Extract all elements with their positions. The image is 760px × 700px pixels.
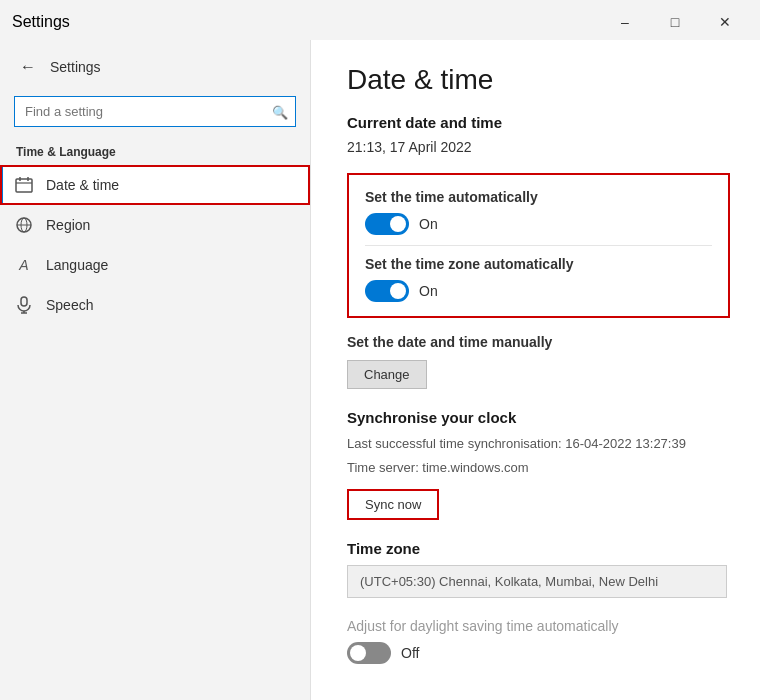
search-box: 🔍 [14,96,296,127]
search-icon: 🔍 [272,104,288,119]
maximize-button[interactable]: □ [652,7,698,37]
auto-zone-label: Set the time zone automatically [365,256,712,272]
timezone-heading: Time zone [347,540,730,557]
back-button[interactable]: ← [16,54,40,80]
auto-time-section: Set the time automatically On Set the ti… [347,173,730,318]
title-bar-left: Settings [12,13,70,31]
language-icon: A [14,255,34,275]
sidebar-item-label-date-time: Date & time [46,177,119,193]
daylight-state: Off [401,645,419,661]
sidebar-app-title: Settings [50,59,101,75]
sync-section: Synchronise your clock Last successful t… [347,409,730,520]
title-bar-controls: – □ ✕ [602,7,748,37]
daylight-toggle[interactable] [347,642,391,664]
svg-rect-7 [21,297,27,306]
page-title: Date & time [347,64,730,96]
current-time-value: 21:13, 17 April 2022 [347,139,730,155]
auto-time-label: Set the time automatically [365,189,712,205]
daylight-toggle-row: Off [347,642,730,664]
auto-time-separator [365,245,712,246]
close-button[interactable]: ✕ [702,7,748,37]
daylight-label: Adjust for daylight saving time automati… [347,618,730,634]
app-container: ← Settings 🔍 Time & Language Date & time [0,40,760,700]
sidebar-item-date-time[interactable]: Date & time [0,165,310,205]
sync-info-1: Last successful time synchronisation: 16… [347,434,730,454]
date-time-icon [14,175,34,195]
sidebar-item-label-language: Language [46,257,108,273]
search-input[interactable] [14,96,296,127]
sync-heading: Synchronise your clock [347,409,730,426]
auto-zone-toggle-knob [390,283,406,299]
sidebar-item-label-speech: Speech [46,297,93,313]
manual-section-label: Set the date and time manually [347,334,730,350]
auto-time-toggle-row: On [365,213,712,235]
minimize-button[interactable]: – [602,7,648,37]
sidebar-item-speech[interactable]: Speech [0,285,310,325]
auto-zone-toggle-row: On [365,280,712,302]
manual-section: Set the date and time manually Change [347,334,730,389]
sync-now-button[interactable]: Sync now [347,489,439,520]
auto-zone-group: Set the time zone automatically On [365,256,712,302]
auto-zone-state: On [419,283,438,299]
sync-info-2: Time server: time.windows.com [347,458,730,478]
current-date-heading: Current date and time [347,114,730,131]
main-content: Date & time Current date and time 21:13,… [310,40,760,700]
sidebar-item-language[interactable]: A Language [0,245,310,285]
section-label: Time & Language [0,141,310,165]
title-bar: Settings – □ ✕ [0,0,760,40]
speech-icon [14,295,34,315]
auto-time-toggle[interactable] [365,213,409,235]
auto-time-toggle-knob [390,216,406,232]
change-button[interactable]: Change [347,360,427,389]
sidebar-header: ← Settings [0,40,310,90]
timezone-section: Time zone (UTC+05:30) Chennai, Kolkata, … [347,540,730,598]
daylight-section: Adjust for daylight saving time automati… [347,618,730,664]
title-bar-title: Settings [12,13,70,31]
daylight-toggle-knob [350,645,366,661]
sidebar-item-label-region: Region [46,217,90,233]
auto-time-state: On [419,216,438,232]
timezone-dropdown[interactable]: (UTC+05:30) Chennai, Kolkata, Mumbai, Ne… [347,565,727,598]
current-date-section: Current date and time 21:13, 17 April 20… [347,114,730,155]
auto-zone-toggle[interactable] [365,280,409,302]
svg-rect-0 [16,179,32,192]
sidebar: ← Settings 🔍 Time & Language Date & time [0,40,310,700]
sidebar-item-region[interactable]: Region [0,205,310,245]
region-icon [14,215,34,235]
auto-time-group: Set the time automatically On [365,189,712,235]
